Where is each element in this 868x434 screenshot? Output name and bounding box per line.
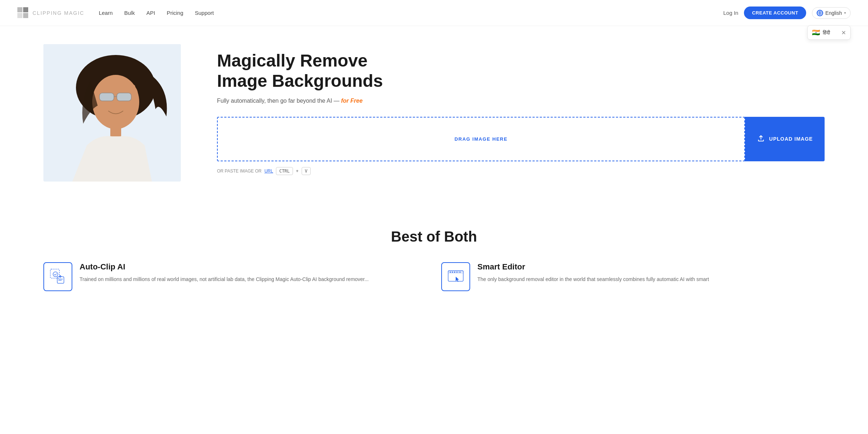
smart-editor-desc: The only background removal editor in th…: [477, 275, 709, 283]
drag-zone-label: DRAG IMAGE HERE: [455, 136, 508, 142]
language-label: English: [825, 10, 842, 16]
auto-clip-title: Auto-Clip AI: [80, 262, 369, 272]
site-header: CLIPPING MAGIC Learn Bulk API Pricing Su…: [0, 0, 868, 26]
create-account-button[interactable]: CREATE ACCOUNT: [744, 7, 806, 19]
logo-icon: [17, 7, 29, 19]
svg-rect-11: [117, 93, 131, 101]
hindi-language-label: हिंदी: [823, 30, 830, 36]
upload-image-button[interactable]: UPLOAD IMAGE: [745, 117, 825, 161]
svg-point-22: [454, 272, 455, 273]
hero-subtitle-prefix: Fully automatically, then go far beyond …: [217, 98, 340, 104]
hindi-flag-icon: 🇮🇳: [812, 29, 820, 37]
auto-clip-icon: [43, 262, 72, 291]
feature-auto-clip-text: Auto-Clip AI Trained on millions and mil…: [80, 262, 369, 283]
svg-rect-3: [23, 13, 28, 18]
hero-photo: [43, 44, 181, 182]
auto-clip-desc: Trained on millions and millions of real…: [80, 275, 369, 283]
header-right: Log In CREATE ACCOUNT English ▾ 🇮🇳 हिंदी…: [723, 7, 851, 19]
hero-free-label: for Free: [341, 98, 363, 104]
header-left: CLIPPING MAGIC Learn Bulk API Pricing Su…: [17, 7, 214, 19]
upload-button-label: UPLOAD IMAGE: [769, 136, 813, 142]
hero-subtitle: Fully automatically, then go far beyond …: [217, 97, 825, 105]
svg-point-21: [452, 272, 453, 273]
chevron-down-icon: ▾: [844, 11, 846, 15]
upload-area: DRAG IMAGE HERE UPLOAD IMAGE: [217, 117, 825, 161]
logo-text: CLIPPING MAGIC: [33, 10, 84, 16]
nav-bulk[interactable]: Bulk: [124, 10, 135, 16]
nav-api[interactable]: API: [146, 10, 155, 16]
hero-illustration: [43, 44, 181, 182]
upload-arrow-icon: [757, 134, 765, 144]
feature-auto-clip: Auto-Clip AI Trained on millions and mil…: [43, 262, 427, 291]
hero-title: Magically Remove Image Backgrounds: [217, 51, 825, 90]
svg-rect-17: [57, 277, 64, 283]
url-link[interactable]: URL: [264, 169, 273, 174]
smart-editor-title: Smart Editor: [477, 262, 709, 272]
v-key: V: [302, 167, 311, 175]
feature-smart-editor-text: Smart Editor The only background removal…: [477, 262, 709, 283]
svg-rect-1: [23, 7, 28, 12]
nav-support[interactable]: Support: [195, 10, 214, 16]
main-nav: Learn Bulk API Pricing Support: [99, 10, 214, 16]
globe-icon: [817, 10, 823, 16]
hero-image-container: [43, 44, 195, 182]
logo-light: MAGIC: [62, 10, 84, 16]
hero-title-line1: Magically Remove: [217, 51, 367, 70]
logo-link[interactable]: CLIPPING MAGIC: [17, 7, 84, 19]
paste-hint-text: OR PASTE IMAGE OR: [217, 169, 261, 174]
nav-learn[interactable]: Learn: [99, 10, 112, 16]
hero-section: Magically Remove Image Backgrounds Fully…: [0, 26, 868, 207]
language-dropdown: 🇮🇳 हिंदी ✕: [807, 25, 851, 40]
language-selector[interactable]: English ▾: [812, 7, 851, 19]
best-of-both-section: Best of Both Auto-Clip AI Trained on mil…: [0, 207, 868, 306]
logo-bold: CLIPPING: [33, 10, 62, 16]
features-grid: Auto-Clip AI Trained on millions and mil…: [43, 262, 825, 291]
plus-sign: +: [296, 168, 299, 174]
svg-point-20: [450, 272, 451, 273]
svg-point-14: [131, 85, 135, 89]
svg-rect-23: [456, 272, 458, 273]
drag-drop-zone[interactable]: DRAG IMAGE HERE: [217, 117, 745, 161]
close-language-dropdown-button[interactable]: ✕: [841, 29, 846, 36]
paste-hint: OR PASTE IMAGE OR URL CTRL + V: [217, 167, 825, 175]
svg-rect-2: [17, 13, 22, 18]
login-link[interactable]: Log In: [723, 10, 739, 16]
svg-rect-13: [110, 125, 121, 136]
smart-editor-illustration: [447, 268, 465, 286]
nav-pricing[interactable]: Pricing: [167, 10, 183, 16]
ctrl-key: CTRL: [276, 167, 293, 175]
svg-rect-24: [459, 272, 461, 273]
section-title: Best of Both: [43, 229, 825, 245]
svg-rect-0: [17, 7, 22, 12]
hero-title-line2: Image Backgrounds: [217, 71, 383, 90]
hero-content: Magically Remove Image Backgrounds Fully…: [217, 51, 825, 175]
feature-smart-editor: Smart Editor The only background removal…: [441, 262, 825, 291]
auto-clip-illustration: [49, 268, 67, 286]
svg-rect-10: [99, 93, 114, 101]
smart-editor-icon: [441, 262, 470, 291]
svg-point-16: [53, 272, 58, 277]
